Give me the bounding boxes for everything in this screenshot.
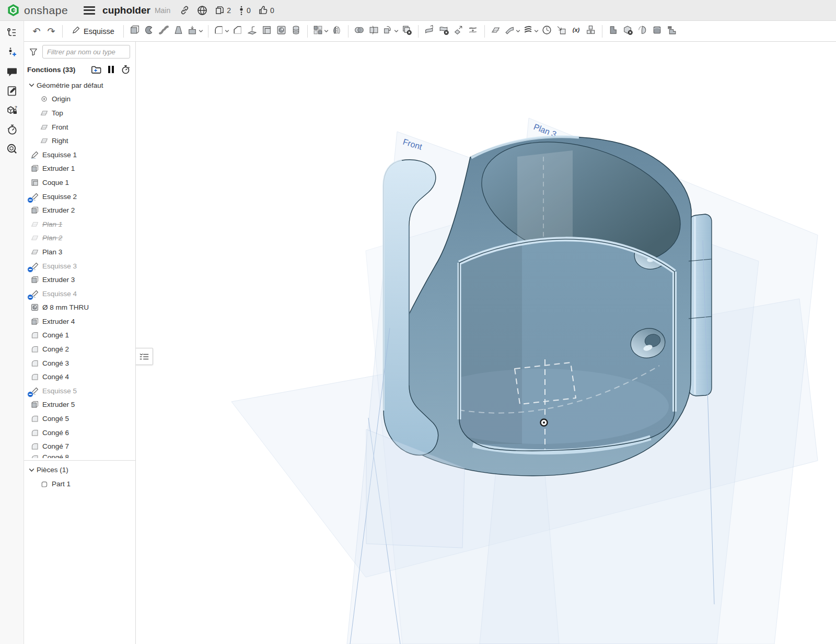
shell-button[interactable] [260, 24, 274, 39]
delete-part-button[interactable] [400, 24, 414, 39]
split-button[interactable] [367, 24, 381, 39]
appearance-button[interactable] [650, 24, 665, 39]
chevron-down-icon[interactable] [394, 29, 399, 33]
tree-feature-row[interactable]: Extruder 2 [24, 203, 135, 217]
clock-button[interactable] [540, 24, 554, 39]
tree-feature-row[interactable]: Esquisse 3 [24, 259, 135, 273]
fillet-button[interactable] [212, 24, 230, 39]
hole-button[interactable] [274, 24, 289, 39]
learning-rail-button[interactable]: ? [3, 102, 21, 120]
filter-input[interactable] [42, 45, 130, 58]
comments-rail-button[interactable] [3, 64, 21, 81]
delete-body-button[interactable] [621, 24, 635, 39]
extrude-button[interactable] [127, 24, 142, 39]
versions-add-rail-button[interactable] [3, 44, 21, 62]
origin-marker[interactable] [541, 419, 548, 426]
copies-counter[interactable]: 2 [215, 5, 231, 15]
parts-header-row[interactable]: Pièces (1) [24, 463, 135, 477]
tree-feature-row[interactable]: Esquisse 5 [24, 384, 135, 398]
sweep-button[interactable] [157, 24, 171, 39]
tree-group-row[interactable]: Géométrie par défaut [24, 78, 135, 92]
tree-feature-row[interactable]: Ø 8 mm THRU [24, 301, 135, 315]
mirror-button[interactable] [330, 24, 344, 39]
workspace-name[interactable]: Main [155, 6, 170, 15]
tree-feature-row[interactable]: Congé 7 [24, 439, 135, 453]
chevron-down-icon[interactable] [534, 29, 539, 33]
pattern-part-icon [666, 25, 677, 38]
tree-feature-row[interactable]: Origin [24, 92, 135, 107]
undo-button[interactable]: ↶ [29, 24, 44, 39]
followers-counter[interactable]: 0 [238, 5, 251, 16]
modify-fillet-button[interactable] [422, 24, 437, 39]
suspend-icon[interactable] [108, 65, 114, 74]
transform-button[interactable] [381, 24, 400, 39]
chevron-down-icon[interactable] [516, 29, 520, 33]
plane-button[interactable] [489, 24, 503, 39]
cupholder-model[interactable] [384, 120, 712, 476]
tree-feature-row[interactable]: Part 1 [24, 477, 135, 491]
likes-counter[interactable]: 0 [258, 5, 274, 15]
rollback-timer-icon[interactable] [121, 65, 130, 74]
tree-feature-row[interactable]: Coque 1 [24, 175, 135, 190]
move-face-button[interactable] [451, 24, 466, 39]
replace-face-button[interactable] [466, 24, 481, 39]
section-button[interactable] [635, 24, 650, 39]
draft-button[interactable] [245, 24, 260, 39]
tree-feature-row[interactable]: Extruder 5 [24, 398, 135, 412]
offset-surface-button[interactable] [503, 24, 521, 39]
tree-feature-row[interactable]: Congé 3 [24, 356, 135, 370]
share-link-button[interactable] [180, 5, 190, 15]
tree-feature-row[interactable]: Congé 8 [24, 453, 135, 458]
tree-feature-row[interactable]: Esquisse 4 [24, 287, 135, 301]
hole-icon [276, 25, 287, 38]
viewport-3d[interactable]: Front Plan 3 Right [136, 42, 836, 644]
search-rail-button[interactable] [3, 141, 21, 159]
tree-feature-row[interactable]: Congé 4 [24, 370, 135, 384]
variable-button[interactable]: (x) [569, 24, 584, 39]
filter-row [24, 42, 135, 62]
redo-button[interactable]: ↷ [44, 24, 59, 39]
thicken-button[interactable] [186, 24, 204, 39]
filter-icon[interactable] [29, 47, 38, 56]
tree-feature-row[interactable]: Congé 2 [24, 342, 135, 356]
boolean-button[interactable] [352, 24, 367, 39]
tree-item-label: Géométrie par défaut [37, 81, 103, 89]
tree-feature-row[interactable]: Plan 3 [24, 245, 135, 259]
tree-feature-row[interactable]: Right [24, 134, 135, 148]
delete-face-button[interactable] [437, 24, 451, 39]
helix-button[interactable] [521, 24, 540, 39]
add-folder-icon[interactable] [91, 65, 101, 74]
revolve-button[interactable] [142, 24, 157, 39]
tree-feature-row[interactable]: Extruder 3 [24, 273, 135, 287]
extract-part-button[interactable] [606, 24, 621, 39]
loft-button[interactable] [171, 24, 186, 39]
tree-feature-row[interactable]: Congé 1 [24, 329, 135, 343]
import-button[interactable] [554, 24, 569, 39]
public-document-button[interactable] [197, 5, 207, 16]
tree-feature-row[interactable]: Plan 1 [24, 217, 135, 231]
sketch-button[interactable]: Esquisse [66, 24, 120, 39]
notes-rail-button[interactable] [3, 83, 21, 101]
linear-pattern-button[interactable] [311, 24, 330, 39]
performance-rail-button[interactable] [3, 122, 21, 139]
tree-feature-row[interactable]: Extruder 4 [24, 314, 135, 329]
tree-feature-row[interactable]: Congé 6 [24, 426, 135, 440]
tree-feature-row[interactable]: Top [24, 106, 135, 120]
chevron-down-icon[interactable] [324, 29, 329, 33]
tree-feature-row[interactable]: Esquisse 1 [24, 148, 135, 162]
tree-feature-row[interactable]: Extruder 1 [24, 162, 135, 176]
tree-feature-row[interactable]: Front [24, 120, 135, 134]
rib-button[interactable] [289, 24, 304, 39]
menu-icon[interactable] [84, 6, 95, 15]
tree-feature-row[interactable]: Plan 2 [24, 231, 135, 245]
chamfer-button[interactable] [230, 24, 245, 39]
pattern-part-button[interactable] [665, 24, 679, 39]
chevron-down-icon[interactable] [225, 29, 229, 33]
tree-feature-row[interactable]: Esquisse 2 [24, 190, 135, 204]
blocks-button[interactable] [584, 24, 598, 39]
tree-collapse-handle[interactable] [136, 348, 153, 365]
tree-feature-row[interactable]: Congé 5 [24, 412, 135, 426]
tree-item-label: Extruder 1 [42, 165, 75, 172]
feature-tree-rail-button[interactable] [3, 25, 21, 43]
chevron-down-icon[interactable] [199, 29, 203, 33]
